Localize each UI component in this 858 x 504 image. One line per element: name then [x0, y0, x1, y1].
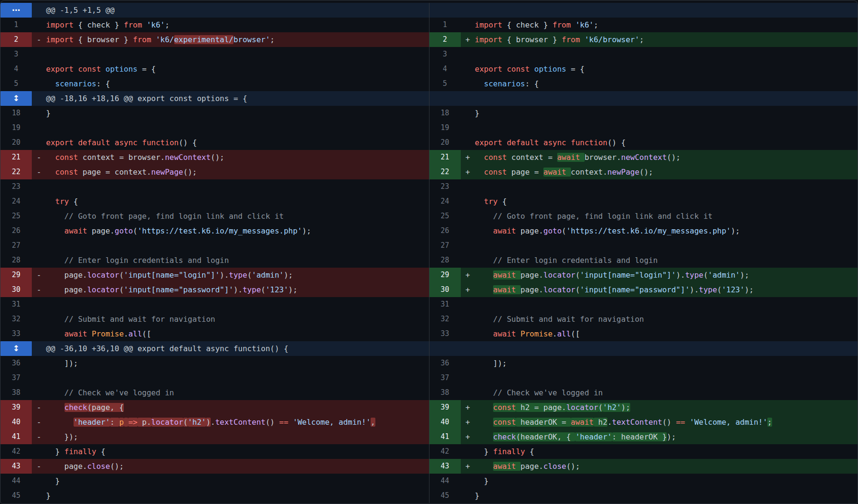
- code-token: [46, 212, 65, 221]
- code-token: '123': [722, 285, 745, 294]
- hunk-header-row: ⋯@@ -1,5 +1,5 @@: [0, 3, 858, 18]
- line-number[interactable]: 5: [429, 76, 461, 91]
- code-token: await: [571, 418, 594, 427]
- code-line: page.locator('input[name="login"]').type…: [46, 268, 429, 282]
- line-number[interactable]: 32: [429, 312, 461, 327]
- line-number[interactable]: 18: [429, 106, 461, 121]
- line-number[interactable]: 23: [0, 179, 32, 194]
- diff-row: 39- check(page, {39+ const h2 = page.loc…: [0, 400, 858, 415]
- line-number[interactable]: 24: [429, 194, 461, 209]
- code-line: // Check we've logged in: [46, 385, 429, 400]
- line-number[interactable]: 31: [429, 297, 461, 312]
- line-number[interactable]: 45: [0, 488, 32, 503]
- line-number[interactable]: 2: [429, 32, 461, 47]
- line-number[interactable]: 2: [0, 32, 32, 47]
- line-number[interactable]: 28: [0, 253, 32, 268]
- diff-sign: -: [32, 32, 46, 47]
- line-number[interactable]: 32: [0, 312, 32, 327]
- diff-row: 5 scenarios: {5 scenarios: {: [0, 76, 858, 91]
- line-number[interactable]: 43: [0, 459, 32, 474]
- line-number[interactable]: 41: [0, 429, 32, 444]
- line-number[interactable]: 41: [429, 429, 461, 444]
- line-number[interactable]: 36: [429, 356, 461, 371]
- line-number[interactable]: 24: [0, 194, 32, 209]
- expand-hunk-button[interactable]: ⋯: [0, 3, 32, 18]
- code-token: [475, 285, 494, 294]
- code-line: check(page, {: [46, 400, 429, 415]
- line-number[interactable]: 19: [0, 121, 32, 135]
- line-number[interactable]: 1: [429, 18, 461, 32]
- diff-sign: +: [461, 400, 475, 415]
- line-number[interactable]: 39: [0, 400, 32, 415]
- diff-row: 24 try {24 try {: [0, 194, 858, 209]
- diff-sign: [461, 312, 475, 327]
- code-token: h2: [594, 418, 607, 427]
- right-context-line: 33 await Promise.all([: [429, 327, 858, 341]
- expand-hunk-button[interactable]: ↕: [0, 91, 32, 106]
- line-number[interactable]: 22: [0, 165, 32, 179]
- line-number[interactable]: 38: [429, 385, 461, 400]
- line-number[interactable]: 26: [429, 224, 461, 238]
- left-deleted-line: 39- check(page, {: [0, 400, 429, 415]
- line-number[interactable]: 29: [429, 268, 461, 282]
- line-number[interactable]: 19: [429, 121, 461, 135]
- code-token: ).: [676, 271, 685, 280]
- line-number[interactable]: 21: [429, 150, 461, 165]
- diff-sign: [461, 179, 475, 194]
- hunk-left: ⋯@@ -1,5 +1,5 @@: [0, 3, 429, 18]
- line-number[interactable]: 4: [0, 62, 32, 76]
- diff-sign: [32, 297, 46, 312]
- line-number[interactable]: 23: [429, 179, 461, 194]
- line-number[interactable]: 4: [429, 62, 461, 76]
- line-number[interactable]: 5: [0, 76, 32, 91]
- line-number[interactable]: 27: [429, 238, 461, 253]
- left-deleted-line: 21- const context = browser.newContext()…: [0, 150, 429, 165]
- code-token: from: [133, 35, 151, 44]
- line-number[interactable]: 30: [429, 282, 461, 297]
- line-number[interactable]: 42: [429, 444, 461, 459]
- line-number[interactable]: 3: [429, 47, 461, 62]
- line-number[interactable]: 20: [429, 135, 461, 150]
- right-added-line: 22+ const page = await context.newPage()…: [429, 165, 858, 179]
- expand-hunk-button[interactable]: ↕: [0, 341, 32, 356]
- line-number[interactable]: 33: [0, 327, 32, 341]
- line-number[interactable]: 20: [0, 135, 32, 150]
- code-token: [74, 65, 78, 74]
- line-number[interactable]: 21: [0, 150, 32, 165]
- line-number[interactable]: 39: [429, 400, 461, 415]
- line-number[interactable]: 26: [0, 224, 32, 238]
- line-number[interactable]: 38: [0, 385, 32, 400]
- code-token: ,: [371, 418, 375, 427]
- line-number[interactable]: 40: [429, 415, 461, 429]
- line-number[interactable]: 45: [429, 488, 461, 503]
- code-token: {: [69, 197, 78, 206]
- diff-sign: [461, 297, 475, 312]
- code-token: );: [302, 226, 311, 235]
- line-number[interactable]: 40: [0, 415, 32, 429]
- line-number[interactable]: 28: [429, 253, 461, 268]
- line-number[interactable]: 44: [429, 474, 461, 488]
- code-token: (: [598, 403, 603, 412]
- line-number[interactable]: 22: [429, 165, 461, 179]
- line-number[interactable]: 31: [0, 297, 32, 312]
- line-number[interactable]: 29: [0, 268, 32, 282]
- line-number[interactable]: 43: [429, 459, 461, 474]
- code-line: }: [475, 488, 858, 503]
- line-number[interactable]: 18: [0, 106, 32, 121]
- line-number[interactable]: 1: [0, 18, 32, 32]
- line-number[interactable]: 30: [0, 282, 32, 297]
- line-number[interactable]: 42: [0, 444, 32, 459]
- line-number[interactable]: 25: [429, 209, 461, 224]
- line-number[interactable]: 33: [429, 327, 461, 341]
- line-number[interactable]: 37: [429, 371, 461, 385]
- code-token: 'k6/: [156, 35, 174, 44]
- line-number[interactable]: 25: [0, 209, 32, 224]
- code-token: ;: [767, 418, 772, 427]
- right-context-line: 44 }: [429, 474, 858, 488]
- code-token: all: [557, 329, 571, 338]
- line-number[interactable]: 3: [0, 47, 32, 62]
- line-number[interactable]: 36: [0, 356, 32, 371]
- line-number[interactable]: 37: [0, 371, 32, 385]
- line-number[interactable]: 27: [0, 238, 32, 253]
- line-number[interactable]: 44: [0, 474, 32, 488]
